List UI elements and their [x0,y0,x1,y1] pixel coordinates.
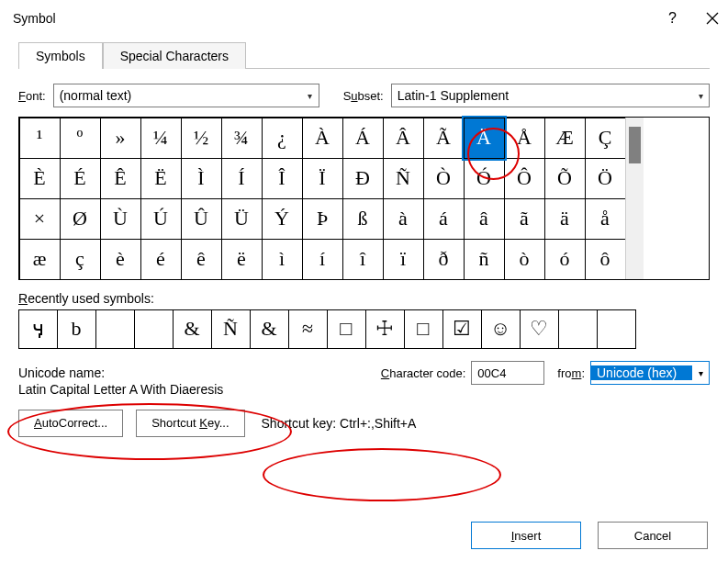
chevron-down-icon: ▾ [302,91,319,101]
symbol-cell[interactable]: ï [383,239,424,280]
symbol-cell[interactable]: Ø [60,198,101,240]
symbol-cell[interactable]: ô [585,239,626,280]
symbol-cell[interactable]: ó [544,239,586,280]
symbol-cell[interactable]: æ [19,239,61,280]
recent-symbol-cell[interactable] [558,309,598,349]
symbol-cell[interactable]: ò [504,239,545,280]
symbol-cell[interactable]: á [423,198,465,240]
recent-symbol-cell[interactable]: b [57,309,96,349]
symbol-cell[interactable]: à [383,198,424,240]
close-icon[interactable] [704,10,721,27]
symbol-cell[interactable]: ¹ [19,118,61,159]
symbol-cell[interactable]: Ü [221,198,263,240]
symbol-cell[interactable]: ¼ [140,118,182,159]
symbol-cell[interactable]: é [140,239,182,280]
symbol-cell[interactable]: Ï [302,158,343,199]
symbol-cell[interactable]: É [60,158,101,199]
recent-symbol-cell[interactable]: & [173,309,212,349]
symbol-cell[interactable]: ê [181,239,222,280]
recent-symbol-cell[interactable] [134,309,174,349]
character-code-input[interactable] [471,361,544,385]
symbol-cell[interactable]: ¾ [221,118,263,159]
font-select-value: (normal text) [54,88,302,103]
window-title: Symbol [13,11,56,26]
symbol-cell[interactable]: Õ [544,158,586,199]
symbol-cell[interactable]: ä [544,198,586,240]
symbol-cell[interactable]: Ó [464,158,505,199]
recent-symbol-cell[interactable]: Ñ [211,309,251,349]
symbol-cell[interactable]: Ð [342,158,384,199]
symbol-cell[interactable]: Ò [423,158,465,199]
symbol-cell[interactable]: Î [262,158,303,199]
recent-symbol-cell[interactable]: ӌ [18,309,58,349]
cancel-button[interactable]: Cancel [598,522,708,549]
symbol-cell[interactable]: Æ [544,118,586,159]
symbol-cell[interactable]: Þ [302,198,343,240]
symbol-cell[interactable]: À [302,118,343,159]
symbol-cell[interactable]: Û [181,198,222,240]
symbol-cell[interactable]: Ù [100,198,141,240]
symbol-cell[interactable]: ë [221,239,263,280]
symbol-grid: ¹º»¼½¾¿ÀÁÂÃÄÅÆÇÈÉÊËÌÍÎÏÐÑÒÓÔÕÖ×ØÙÚÛÜÝÞßà… [19,118,625,279]
recent-symbol-cell[interactable]: □ [404,309,443,349]
symbol-cell[interactable]: Å [504,118,545,159]
symbol-cell[interactable]: Ý [262,198,303,240]
symbol-cell[interactable]: Ê [100,158,141,199]
recent-symbol-cell[interactable]: ≈ [288,309,328,349]
symbol-cell[interactable]: ñ [464,239,505,280]
recent-symbol-cell[interactable]: ☑ [442,309,482,349]
help-button[interactable]: ? [668,10,677,27]
recent-symbol-cell[interactable] [95,309,135,349]
recent-symbol-cell[interactable]: ♡ [520,309,559,349]
recent-symbol-cell[interactable]: & [250,309,289,349]
symbol-cell[interactable]: Ë [140,158,182,199]
font-select[interactable]: (normal text) ▾ [53,84,319,107]
insert-button[interactable]: Insert [471,522,581,549]
recent-symbol-cell[interactable]: ☺ [481,309,521,349]
symbol-cell[interactable]: ì [262,239,303,280]
tab-special-label: Special Characters [120,49,229,63]
tab-special-characters[interactable]: Special Characters [103,42,246,69]
symbol-cell[interactable]: × [19,198,61,240]
shortcut-key-button[interactable]: Shortcut Key... [136,410,244,437]
scrollbar-thumb[interactable] [629,127,641,163]
autocorrect-button[interactable]: AutoCorrect... [18,410,123,437]
symbol-cell[interactable]: ¿ [262,118,303,159]
subset-select[interactable]: Latin-1 Supplement ▾ [391,84,710,107]
shortcut-display: Shortcut key: Ctrl+:,Shift+A [258,416,417,431]
symbol-cell[interactable]: ½ [181,118,222,159]
symbol-cell[interactable]: Á [342,118,384,159]
tab-symbols[interactable]: Symbols [18,42,103,69]
symbol-cell[interactable]: Ä [464,118,505,159]
symbol-cell[interactable]: å [585,198,626,240]
unicode-name-label: Unicode name: [18,365,368,380]
symbol-cell[interactable]: Ö [585,158,626,199]
recent-symbol-cell[interactable]: ☩ [365,309,405,349]
symbol-cell[interactable]: î [342,239,384,280]
symbol-cell[interactable]: ç [60,239,101,280]
from-select[interactable]: Unicode (hex) ▾ [590,361,710,385]
symbol-cell[interactable]: È [19,158,61,199]
symbol-cell[interactable]: Ñ [383,158,424,199]
subset-label: Subset: [343,89,384,103]
symbol-cell[interactable]: Ú [140,198,182,240]
scrollbar[interactable] [625,118,644,279]
symbol-cell[interactable]: º [60,118,101,159]
symbol-cell[interactable]: Ç [585,118,626,159]
recent-symbol-cell[interactable] [597,309,636,349]
symbol-cell[interactable]: ð [423,239,465,280]
recent-label: Recently used symbols: [18,291,710,306]
symbol-cell[interactable]: Ã [423,118,465,159]
symbol-cell[interactable]: » [100,118,141,159]
symbol-cell[interactable]: è [100,239,141,280]
symbol-cell[interactable]: ã [504,198,545,240]
symbol-cell[interactable]: Ì [181,158,222,199]
recent-grid: ӌb&Ñ&≈□☩□☑☺♡ [18,309,710,348]
symbol-cell[interactable]: Â [383,118,424,159]
symbol-cell[interactable]: Í [221,158,263,199]
symbol-cell[interactable]: Ô [504,158,545,199]
symbol-cell[interactable]: â [464,198,505,240]
recent-symbol-cell[interactable]: □ [327,309,366,349]
symbol-cell[interactable]: ß [342,198,384,240]
symbol-cell[interactable]: í [302,239,343,280]
